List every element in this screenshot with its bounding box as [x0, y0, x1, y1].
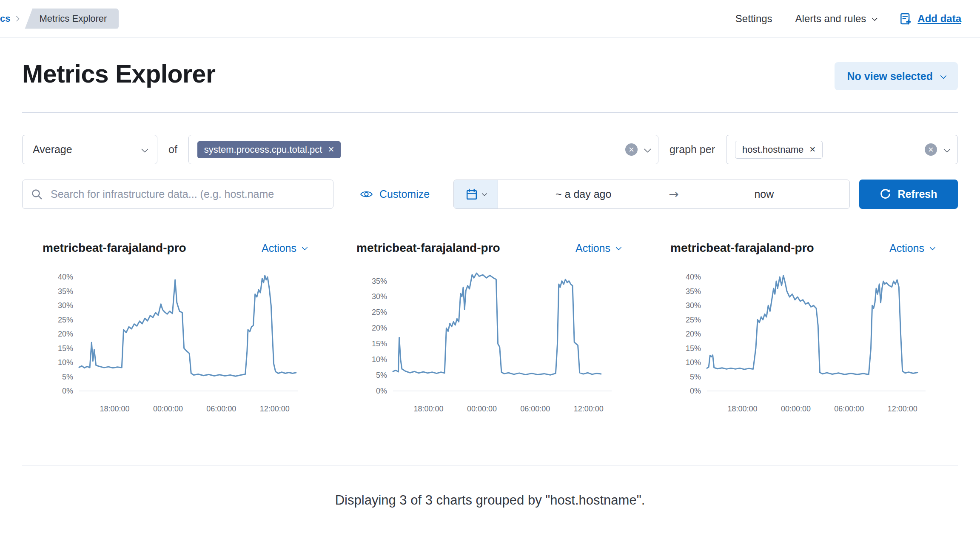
chevron-down-icon[interactable] [644, 145, 651, 153]
breadcrumb-separator-icon [14, 15, 20, 21]
svg-text:35%: 35% [372, 277, 387, 285]
metrics-explorer-page: Metrics Explorer No view selected Averag… [0, 60, 980, 508]
chart-actions-label: Actions [575, 242, 610, 254]
metric-controls-row: Average of system.process.cpu.total.pct … [22, 135, 958, 164]
settings-link[interactable]: Settings [735, 13, 772, 25]
svg-text:5%: 5% [376, 371, 387, 379]
svg-text:15%: 15% [686, 344, 701, 353]
chart-title: metricbeat-farajaland-pro [670, 241, 814, 255]
remove-metric-icon[interactable] [328, 145, 334, 154]
graph-per-label: graph per [669, 143, 715, 156]
svg-text:00:00:00: 00:00:00 [781, 405, 811, 413]
top-nav-actions: Settings Alerts and rules Add data [735, 12, 961, 25]
svg-text:20%: 20% [686, 330, 701, 338]
svg-text:18:00:00: 18:00:00 [100, 405, 130, 413]
chart-actions-menu[interactable]: Actions [889, 242, 934, 254]
chart-header: metricbeat-farajaland-pro Actions [43, 241, 306, 255]
svg-text:35%: 35% [686, 287, 701, 296]
date-range-end[interactable]: now [679, 180, 849, 208]
aggregation-value: Average [33, 143, 72, 156]
svg-text:0%: 0% [62, 387, 73, 395]
aggregation-select[interactable]: Average [22, 135, 157, 164]
chart-title: metricbeat-farajaland-pro [43, 241, 186, 255]
metric-combobox[interactable]: system.process.cpu.total.pct [188, 135, 658, 164]
svg-text:20%: 20% [58, 330, 73, 338]
chart-card: metricbeat-farajaland-pro Actions 0%5%10… [670, 241, 934, 434]
header-divider [22, 112, 958, 113]
chart-header: metricbeat-farajaland-pro Actions [670, 241, 934, 255]
chevron-down-icon [615, 245, 621, 251]
search-controls-row: Customize ~ a day ago now Refresh [22, 180, 958, 209]
search-icon [31, 188, 43, 200]
svg-text:10%: 10% [686, 358, 701, 367]
chevron-down-icon[interactable] [943, 145, 951, 153]
of-label: of [168, 143, 177, 156]
svg-text:12:00:00: 12:00:00 [574, 405, 604, 413]
breadcrumb: cs Metrics Explorer [0, 9, 119, 29]
svg-text:10%: 10% [58, 358, 73, 367]
group-by-combobox[interactable]: host.hostname [726, 135, 958, 164]
svg-text:06:00:00: 06:00:00 [520, 405, 550, 413]
alerts-and-rules-label: Alerts and rules [795, 13, 866, 25]
cpu-line-chart: 0%5%10%15%20%25%30%35%40%18:00:0000:00:0… [43, 262, 306, 434]
chevron-down-icon [141, 145, 148, 153]
svg-text:12:00:00: 12:00:00 [888, 405, 917, 413]
svg-text:06:00:00: 06:00:00 [206, 405, 236, 413]
svg-text:35%: 35% [58, 287, 73, 296]
chart-actions-menu[interactable]: Actions [262, 242, 306, 254]
date-range-start[interactable]: ~ a day ago [498, 180, 669, 208]
breadcrumb-previous[interactable]: cs [0, 13, 10, 24]
remove-group-by-icon[interactable] [809, 145, 815, 154]
customize-label: Customize [379, 188, 430, 200]
customize-button[interactable]: Customize [360, 188, 430, 200]
svg-text:30%: 30% [686, 301, 701, 310]
svg-text:0%: 0% [690, 387, 701, 395]
clear-group-by-icon[interactable] [925, 143, 937, 156]
svg-text:5%: 5% [62, 373, 73, 381]
clear-metrics-icon[interactable] [625, 143, 638, 156]
group-by-pill[interactable]: host.hostname [735, 141, 823, 159]
chevron-down-icon [482, 191, 487, 197]
saved-view-label: No view selected [847, 70, 933, 83]
alerts-and-rules-menu[interactable]: Alerts and rules [795, 13, 877, 25]
chart-actions-menu[interactable]: Actions [575, 242, 620, 254]
top-nav-bar: cs Metrics Explorer Settings Alerts and … [0, 0, 980, 37]
search-input[interactable] [50, 188, 325, 201]
cpu-line-chart: 0%5%10%15%20%25%30%35%40%18:00:0000:00:0… [670, 262, 934, 434]
metric-pill[interactable]: system.process.cpu.total.pct [197, 141, 341, 158]
charts-summary: Displaying 3 of 3 charts grouped by "hos… [22, 493, 958, 508]
refresh-button[interactable]: Refresh [859, 180, 958, 209]
refresh-label: Refresh [897, 188, 937, 200]
chart-title: metricbeat-farajaland-pro [356, 241, 500, 255]
quick-select-date-button[interactable] [454, 180, 498, 208]
chart-card: metricbeat-farajaland-pro Actions 0%5%10… [43, 241, 306, 434]
date-range-picker: ~ a day ago now [453, 180, 850, 209]
svg-text:40%: 40% [686, 273, 701, 281]
svg-text:20%: 20% [372, 324, 387, 332]
svg-text:25%: 25% [58, 316, 73, 324]
chevron-down-icon [872, 15, 878, 21]
search-box[interactable] [22, 180, 333, 209]
arrow-right-icon [669, 180, 678, 208]
chart-header: metricbeat-farajaland-pro Actions [356, 241, 620, 255]
breadcrumb-current[interactable]: Metrics Explorer [25, 9, 119, 29]
cpu-line-chart: 0%5%10%15%20%25%30%35%18:00:0000:00:0006… [356, 262, 620, 434]
chart-actions-label: Actions [262, 242, 296, 254]
chevron-down-icon [940, 72, 947, 79]
saved-view-selector-button[interactable]: No view selected [835, 62, 958, 90]
chevron-down-icon [929, 245, 935, 251]
svg-text:00:00:00: 00:00:00 [153, 405, 183, 413]
metric-pill-label: system.process.cpu.total.pct [204, 145, 322, 154]
svg-text:30%: 30% [372, 292, 387, 301]
group-by-pill-label: host.hostname [742, 145, 803, 154]
calendar-icon [466, 188, 478, 200]
add-data-link[interactable]: Add data [899, 12, 961, 25]
svg-text:25%: 25% [686, 316, 701, 324]
svg-text:15%: 15% [372, 339, 387, 348]
svg-text:18:00:00: 18:00:00 [414, 405, 444, 413]
footer-divider [22, 465, 958, 465]
add-data-label: Add data [917, 13, 961, 25]
svg-text:25%: 25% [372, 308, 387, 317]
chart-actions-label: Actions [889, 242, 924, 254]
svg-text:0%: 0% [376, 387, 387, 395]
